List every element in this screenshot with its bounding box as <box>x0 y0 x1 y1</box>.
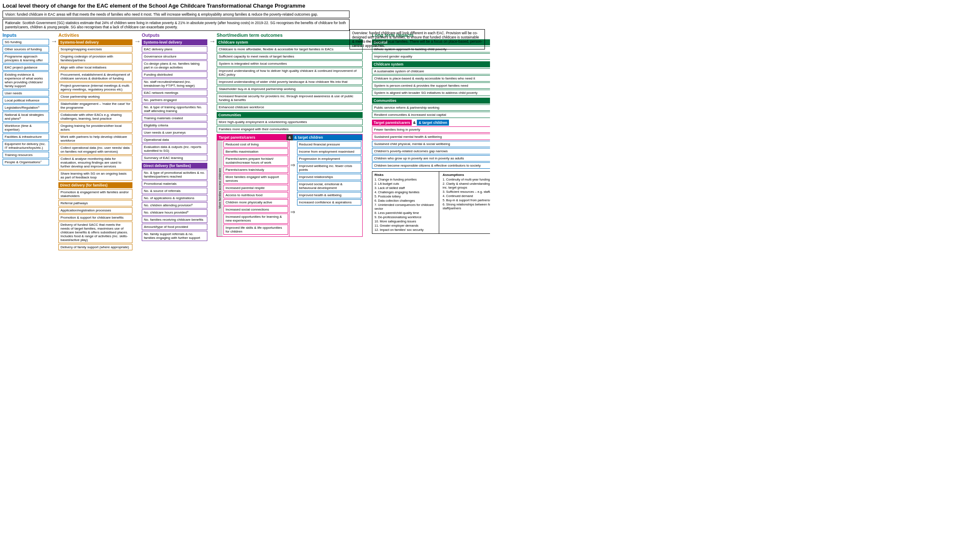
outcomes-target-children-header: & target children <box>293 134 362 140</box>
list-item: Delivery of family support (where approp… <box>58 244 132 250</box>
risks-title: Risks <box>374 173 437 177</box>
list-item: Close partnership working <box>58 93 132 100</box>
list-item: Childcare is place-based & easily access… <box>372 75 490 82</box>
list-item: Ongoing codesign of provision with famil… <box>58 53 132 63</box>
outputs-direct-list: No. & type of promotional activities & n… <box>142 170 207 241</box>
list-item: Sufficient capacity to meet needs of tar… <box>217 53 363 60</box>
list-item: Ongoing training for providers/other loc… <box>58 123 132 133</box>
list-item: Delivery of funded SACC that meets the n… <box>58 222 132 243</box>
list-item: Improved gender equality <box>372 53 490 60</box>
list-item: Amount/type of food provided <box>142 224 207 230</box>
impacts-target-header-row: Target parents/carers & & target childre… <box>372 120 490 126</box>
impacts-communities-header: Communities <box>372 98 490 104</box>
list-item: Resilient communities & increased social… <box>372 112 490 118</box>
activities-column: Activities Systems-level delivery Scopin… <box>58 33 132 251</box>
list-item: Training resources <box>3 152 49 158</box>
list-item: Other sources of funding <box>3 46 49 52</box>
assumption-item: 1. Continuity of multi-year funding <box>443 178 490 181</box>
list-item: No. of applications & registrations <box>142 195 207 201</box>
list-item: Share learning with SG on an ongoing bas… <box>58 170 132 181</box>
risk-item: 9. De-professionalising workforce <box>374 215 437 219</box>
list-item: Income from employment maximised <box>297 148 362 155</box>
list-item: Parents/carers train/study <box>223 167 288 173</box>
list-item: No. & source of referrals <box>142 188 207 194</box>
impacts-childcare-list: A sustainable system of childcareChildca… <box>372 68 490 96</box>
risk-item: 8. Less parent/child quality time <box>374 211 437 215</box>
list-item: SG funding <box>3 39 49 45</box>
list-item: More high-quality employment & volunteer… <box>217 119 363 125</box>
list-item: Children more physically active <box>223 199 288 206</box>
list-item: Stakeholder engagement – 'make the case'… <box>58 101 132 111</box>
list-item: Improved health & wellbeing <box>297 192 362 198</box>
list-item: Collaborate with other EACs e.g. sharing… <box>58 112 132 122</box>
outputs-systems-list: EAC delivery plansGovernance structureCo… <box>142 46 207 161</box>
impacts-target-parents-header: Target parents/carers <box>372 120 412 126</box>
list-item: No. families receiving childcare benefit… <box>142 216 207 223</box>
list-item: Parents/carers prepare for/start/ sustai… <box>223 156 288 166</box>
list-item: Stakeholder buy-in & improved partnershi… <box>217 86 363 92</box>
list-item: Promotion & support for childcare benefi… <box>58 214 132 221</box>
list-item: Enhanced childcare workforce <box>217 104 363 110</box>
list-item: Collect & analyse monitoring data for ev… <box>58 156 132 170</box>
list-item: Collect operational data (inc. user need… <box>58 145 132 155</box>
list-item: Project governance (internal meetings & … <box>58 82 132 93</box>
outputs-column: Outputs Systems-level delivery EAC deliv… <box>142 33 207 242</box>
outcomes-target-left: Reduced cost of livingBenefits maximisat… <box>223 140 289 236</box>
list-item: Sustained parental mental health & wellb… <box>372 134 490 140</box>
risks-list: 1. Change in funding priorities2. LA bud… <box>374 178 437 232</box>
outputs-arrow: → <box>209 33 215 45</box>
impacts-communities-list: Public service reform & partnership work… <box>372 104 490 118</box>
list-item: Align with other local initiatives <box>58 64 132 71</box>
list-item: Operational data <box>142 137 207 143</box>
list-item: EAC network meetings <box>142 90 207 96</box>
list-item: No. children attending provision⁸ <box>142 202 207 208</box>
list-item: Work with partners to help develop child… <box>58 134 132 144</box>
list-item: Sustained child physical, mental & socia… <box>372 141 490 147</box>
outputs-systems-header: Systems-level delivery <box>142 39 207 45</box>
list-item: Facilities & infrastructure <box>3 134 49 140</box>
list-item: No. childcare hours provided⁹ <box>142 209 207 216</box>
columns-row: Inputs SG fundingOther sources of fundin… <box>3 33 487 251</box>
list-item: Benefits maximisation <box>223 148 288 155</box>
risk-item: 10. More safeguarding issues <box>374 219 437 223</box>
outputs-header: Outputs <box>142 33 207 38</box>
inputs-header: Inputs <box>3 33 49 38</box>
assumption-item: 5. Buy-in & support from partners/famili… <box>443 198 490 202</box>
outcomes-vertical-label: More families access childcare <box>217 140 223 236</box>
list-item: Equipment for delivery (inc. IT infrastr… <box>3 141 49 151</box>
outcomes-childcare-header: Childcare system <box>217 39 363 45</box>
list-item: Governance structure <box>142 53 207 60</box>
assumption-item: 6. Strong relationships between families… <box>443 203 490 210</box>
list-item: No. family support referrals & no. famil… <box>142 231 207 241</box>
page-title: Local level theory of change for the EAC… <box>3 3 487 9</box>
list-item: Referral pathways <box>58 200 132 206</box>
risk-item: 5. Postcode lottery <box>374 195 437 198</box>
list-item: Improved relationships <box>297 174 362 180</box>
outcomes-target-parents-header: Target parents/carers <box>217 134 286 140</box>
list-item: Legislation/Regulation⁵ <box>3 104 49 111</box>
list-item: Improved social, emotional & behavioural… <box>297 181 362 191</box>
risk-item: 3. Lack of skilled staff <box>374 186 437 190</box>
outcomes-communities-list: More high-quality employment & volunteer… <box>217 119 363 132</box>
impacts-childcare-header: Childcare system <box>372 61 490 67</box>
outputs-direct-header: Direct delivery (for families) <box>142 163 207 169</box>
list-item: Families more engaged with their communi… <box>217 126 363 132</box>
header-area: Vision: funded childcare in EAC areas wi… <box>3 11 487 31</box>
outcomes-mid-arrows: ⇒ ⇒ <box>289 140 296 236</box>
list-item: National & local strategies and plans⁶ <box>3 112 49 122</box>
outcomes-target-amp: & <box>286 134 292 140</box>
list-item: Increased opportunities for learning & n… <box>223 214 288 224</box>
rationale-box: Rationale: Scottish Government (SG) stat… <box>3 19 350 31</box>
list-item: Reduced cost of living <box>223 141 288 148</box>
list-item: Improved understanding of wider child po… <box>217 79 363 85</box>
risks-box: Risks 1. Change in funding priorities2. … <box>372 172 439 233</box>
activities-arrow: → <box>134 33 140 45</box>
list-item: Co-design plans & no. families taking pa… <box>142 60 207 71</box>
list-item: Training materials created <box>142 115 207 121</box>
outcomes-childcare-list: Childcare is more affordable, flexible &… <box>217 46 363 110</box>
list-item: Access to nutritious food <box>223 192 288 198</box>
list-item: Increased financial security for provide… <box>217 93 363 103</box>
list-item: Promotion & engagement with families and… <box>58 189 132 199</box>
list-item: Application/registration processes <box>58 207 132 214</box>
list-item: EAC project guidance <box>3 64 49 71</box>
